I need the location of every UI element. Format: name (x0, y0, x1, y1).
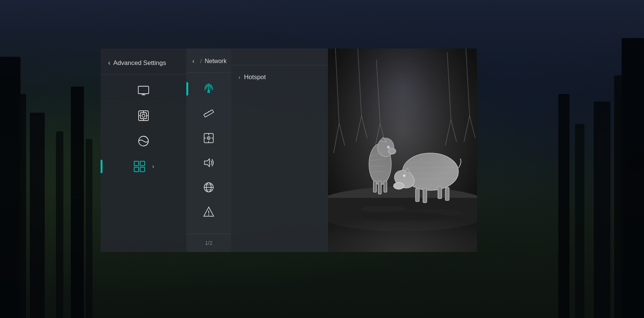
back-to-settings-button[interactable]: ‹ Advanced Settings (101, 49, 186, 75)
settings-panel: ‹ Advanced Settings (101, 49, 477, 252)
menu-header: ‹ / Network (186, 49, 231, 73)
menu-item-volume[interactable] (186, 150, 231, 175)
menu-item-warning[interactable] (186, 200, 231, 224)
hotspot-label: Hotspot (244, 74, 266, 81)
menu-title: Network (205, 58, 227, 65)
svg-rect-0 (138, 86, 149, 94)
pagination-label: 1/2 (205, 240, 212, 246)
ruler-icon (202, 107, 215, 120)
menu-back-arrow-icon: ‹ (192, 58, 194, 65)
menu-panel: ‹ / Network (186, 49, 231, 252)
image-mode-icon (137, 134, 150, 148)
svg-rect-12 (134, 161, 139, 166)
menu-active-indicator (186, 82, 188, 96)
crosshair-icon (202, 132, 215, 144)
menu-item-crosshair[interactable] (186, 126, 231, 150)
svg-rect-14 (134, 167, 139, 172)
sidebar: ‹ Advanced Settings (101, 49, 186, 252)
menu-item-compass[interactable] (186, 175, 231, 200)
svg-rect-5 (141, 113, 146, 119)
svg-marker-35 (205, 159, 209, 167)
sidebar-back-label: Advanced Settings (113, 59, 166, 67)
wifi-antenna-icon (202, 82, 215, 95)
exposure-icon (137, 109, 150, 122)
menu-item-ruler[interactable] (186, 101, 231, 126)
display-icon (137, 84, 150, 97)
sidebar-item-display[interactable] (101, 78, 186, 102)
sidebar-item-exposure[interactable] (101, 104, 186, 128)
menu-items (186, 73, 231, 234)
menu-pagination: 1/2 (186, 234, 231, 252)
camera-view (328, 49, 477, 252)
hotspot-chevron-icon: › (239, 74, 240, 80)
svg-line-25 (207, 112, 207, 113)
svg-line-27 (210, 111, 210, 112)
camera-image (328, 49, 477, 252)
sidebar-item-advanced[interactable]: › (101, 155, 186, 178)
svg-rect-90 (328, 49, 477, 252)
svg-rect-15 (140, 167, 145, 172)
active-indicator (101, 160, 102, 173)
sidebar-items: › (101, 75, 186, 252)
svg-point-34 (208, 138, 209, 139)
hotspot-item[interactable]: › Hotspot (231, 65, 328, 89)
thermal-scene (328, 49, 477, 252)
sub-panel: › Hotspot (231, 49, 328, 252)
warning-icon (202, 206, 215, 218)
menu-item-network[interactable] (186, 77, 231, 101)
volume-icon (202, 156, 215, 169)
back-arrow-icon: ‹ (108, 59, 110, 67)
svg-point-43 (208, 214, 209, 215)
svg-point-6 (142, 114, 145, 117)
compass-icon (202, 181, 215, 194)
svg-rect-13 (140, 161, 145, 166)
sidebar-item-image[interactable] (101, 129, 186, 153)
sidebar-item-chevron: › (152, 163, 154, 170)
menu-slash: / (200, 58, 202, 64)
sub-header (231, 49, 328, 65)
grid-icon (133, 160, 146, 173)
